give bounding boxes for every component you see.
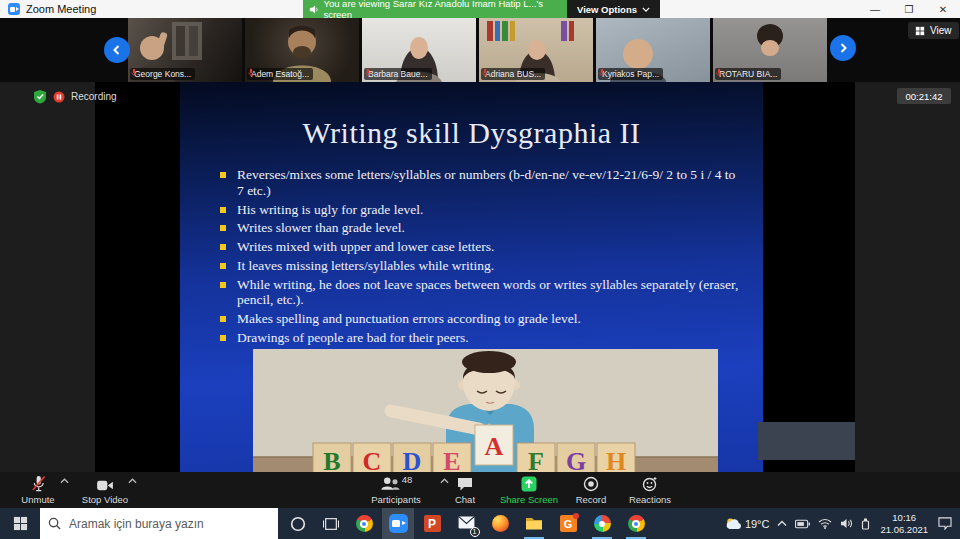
block-letter: C xyxy=(363,447,382,472)
taskbar-powerpoint[interactable]: P xyxy=(416,508,448,539)
start-button[interactable] xyxy=(0,508,40,539)
participant-tile[interactable]: Barbara Baue... xyxy=(362,18,476,82)
block-letter: A xyxy=(485,432,504,461)
tray-expand-button[interactable] xyxy=(773,508,791,539)
slide-bullet: Writes mixed with upper and lower case l… xyxy=(220,239,745,255)
mic-muted-icon xyxy=(481,68,489,77)
windows-taskbar: P 1 G xyxy=(0,508,960,539)
chrome-icon xyxy=(356,515,373,532)
participant-name-tag: Adem Esatoğ... xyxy=(247,68,313,80)
restore-button[interactable]: ❐ xyxy=(892,0,926,18)
slide-bullet: Drawings of people are bad for their pee… xyxy=(220,330,745,346)
slide-bullet: Makes spelling and punctuation errors ac… xyxy=(220,311,745,327)
usb-device-icon xyxy=(861,518,870,530)
battery-status[interactable] xyxy=(791,508,814,539)
file-explorer-icon xyxy=(525,516,543,531)
recording-pause-icon[interactable] xyxy=(53,91,65,103)
task-view-button[interactable] xyxy=(315,508,347,539)
window-title: Zoom Meeting xyxy=(26,3,96,15)
chevron-left-icon xyxy=(112,45,122,55)
next-participants-button[interactable] xyxy=(830,35,856,61)
reactions-smiley-icon xyxy=(642,476,658,492)
view-options-button[interactable]: View Options xyxy=(567,0,660,18)
taskbar-file-explorer[interactable] xyxy=(518,508,550,539)
taskbar-clock[interactable]: 10:16 21.06.2021 xyxy=(874,512,934,536)
zoom-icon xyxy=(389,514,408,533)
zoom-app-icon xyxy=(8,3,20,15)
close-button[interactable]: ✕ xyxy=(926,0,960,18)
floating-panel xyxy=(758,422,855,460)
participant-name-tag: Barbara Baue... xyxy=(364,68,432,80)
cortana-button[interactable] xyxy=(282,508,314,539)
temperature-label: 19°C xyxy=(745,518,770,530)
mic-muted-icon xyxy=(130,68,138,77)
bullet-marker xyxy=(220,207,226,213)
chat-button[interactable]: Chat xyxy=(446,475,484,505)
participant-tile[interactable]: ROTARU BIA... xyxy=(713,18,827,82)
g-app-icon: G xyxy=(560,515,577,532)
mic-muted-icon xyxy=(364,68,372,77)
bullet-marker xyxy=(220,316,226,322)
block-letter: E xyxy=(443,447,460,472)
taskbar-mail[interactable]: 1 xyxy=(450,508,482,539)
meeting-canvas-right xyxy=(855,82,960,472)
reactions-button[interactable]: Reactions xyxy=(622,475,678,505)
network-status[interactable] xyxy=(814,508,836,539)
meeting-timer: 00:21:42 xyxy=(897,88,951,104)
window-controls: — ❐ ✕ xyxy=(858,0,960,18)
participant-tile[interactable]: Adem Esatoğ... xyxy=(245,18,359,82)
recording-label: Recording xyxy=(71,91,117,102)
screen-share-banner-text: You are viewing Sarar Kız Anadolu İmam H… xyxy=(323,0,561,20)
mail-badge: 1 xyxy=(470,527,480,537)
chevron-up-icon xyxy=(777,520,787,527)
taskbar-chrome-2[interactable] xyxy=(620,508,652,539)
participants-button[interactable]: 48 Participants xyxy=(358,475,434,505)
taskbar-search[interactable] xyxy=(40,508,278,539)
view-layout-button[interactable]: View xyxy=(908,22,959,39)
action-center-button[interactable] xyxy=(934,508,960,539)
weather-widget[interactable]: 19°C xyxy=(721,508,774,539)
bullet-marker xyxy=(220,263,226,269)
clock-date: 21.06.2021 xyxy=(880,524,928,536)
previous-participants-button[interactable] xyxy=(104,37,130,63)
chevron-down-icon xyxy=(642,7,650,12)
volume-status[interactable] xyxy=(836,508,857,539)
participant-tile[interactable]: Kyriakos Pap... xyxy=(596,18,710,82)
participant-tile[interactable]: Adriana BUS... xyxy=(479,18,593,82)
usb-device-status[interactable] xyxy=(857,508,874,539)
record-button[interactable]: Record xyxy=(568,475,614,505)
bullet-marker xyxy=(220,225,226,231)
participants-count: 48 xyxy=(402,474,413,485)
taskbar-paint-app[interactable] xyxy=(586,508,618,539)
battery-icon xyxy=(795,519,810,529)
video-options-chevron[interactable] xyxy=(128,478,137,484)
taskbar-g-app[interactable]: G xyxy=(552,508,584,539)
boy-hair xyxy=(462,351,516,373)
taskbar-firefox[interactable] xyxy=(484,508,516,539)
taskbar-chrome[interactable] xyxy=(348,508,380,539)
record-icon xyxy=(583,476,599,492)
participant-tile[interactable]: George Kons... xyxy=(128,18,242,82)
participants-icon xyxy=(380,476,400,491)
speaker-icon xyxy=(840,518,853,529)
action-center-icon xyxy=(938,517,952,530)
block-letter: H xyxy=(606,447,626,472)
share-screen-icon xyxy=(521,476,537,492)
minimize-button[interactable]: — xyxy=(858,0,892,18)
share-screen-button[interactable]: Share Screen xyxy=(494,475,564,505)
block-letter: B xyxy=(323,447,340,472)
participant-video-strip: George Kons... Adem Esatoğ... xyxy=(0,18,960,82)
dysgraphia-illustration: B C D E A F G H xyxy=(253,349,718,472)
firefox-icon xyxy=(492,515,509,532)
bullet-marker xyxy=(220,282,226,288)
participant-name-tag: Adriana BUS... xyxy=(481,68,545,80)
search-input[interactable] xyxy=(69,517,259,531)
system-tray: 19°C xyxy=(721,508,960,539)
unmute-button[interactable]: Unmute xyxy=(10,475,66,505)
mic-muted-icon xyxy=(31,475,46,492)
shared-screen-slide: Writing skill Dysgraphia II Reverses/mix… xyxy=(180,82,763,472)
screen-share-banner: You are viewing Sarar Kız Anadolu İmam H… xyxy=(303,0,567,18)
unmute-options-chevron[interactable] xyxy=(60,478,69,484)
taskbar-zoom-active[interactable] xyxy=(382,508,414,539)
grid-view-icon xyxy=(915,26,925,36)
